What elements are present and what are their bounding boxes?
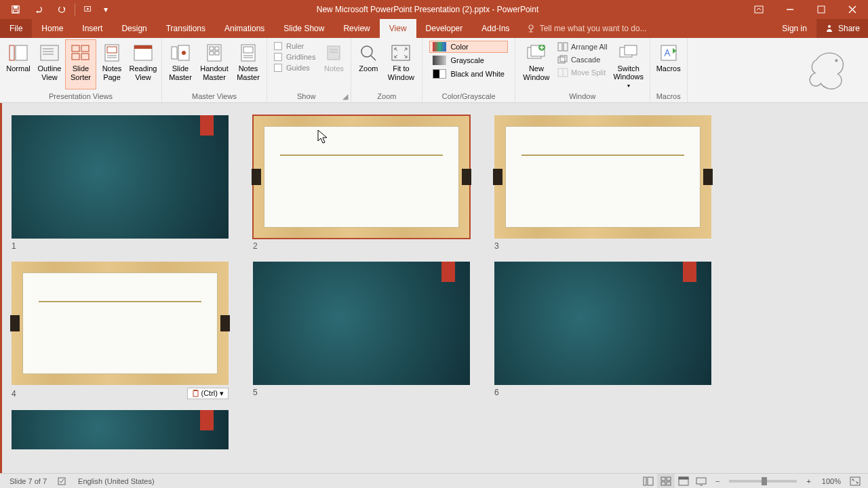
group-presentation-views: Normal Outline View Slide Sorter Notes P… (0, 38, 162, 102)
slide-sorter-status-button[interactable] (657, 474, 675, 489)
svg-rect-49 (558, 43, 562, 51)
maximize-button[interactable] (806, 0, 837, 19)
normal-view-button[interactable]: Normal (3, 39, 34, 89)
tab-review[interactable]: Review (334, 19, 379, 38)
group-window: New Window Arrange All Cascade Move Spli… (515, 38, 650, 102)
slide-thumbnail-2[interactable]: 2 (253, 115, 470, 251)
guides-checkbox[interactable]: Guides (274, 64, 315, 72)
svg-rect-37 (243, 47, 253, 53)
ribbon-display-options-button[interactable] (743, 0, 774, 19)
cascade-button[interactable]: Cascade (556, 54, 609, 66)
notes-master-button[interactable]: Notes Master (233, 39, 264, 89)
status-bar: Slide 7 of 7 English (United States) − +… (0, 473, 868, 488)
tab-transitions[interactable]: Transitions (157, 19, 215, 38)
new-window-button[interactable]: New Window (518, 39, 555, 89)
share-button[interactable]: Share (816, 19, 868, 38)
slide-thumbnail-4[interactable]: 4 (Ctrl) ▾ (12, 262, 229, 399)
fit-to-window-button[interactable]: Fit to Window (382, 39, 419, 89)
undo-button[interactable] (27, 0, 50, 19)
normal-view-status-button[interactable] (639, 474, 657, 489)
slide-thumbnail-3[interactable]: 3 (494, 115, 711, 251)
svg-point-10 (529, 25, 533, 29)
tell-me-placeholder: Tell me what you want to do... (540, 24, 647, 33)
svg-rect-20 (72, 54, 79, 60)
zoom-in-button[interactable]: + (801, 474, 816, 489)
slide-sorter-button[interactable]: Slide Sorter (65, 39, 96, 89)
sign-in-button[interactable]: Sign in (772, 24, 816, 33)
start-from-beginning-button[interactable] (77, 0, 100, 19)
slide-thumbnail-6[interactable]: 6 (494, 262, 711, 399)
tab-addins[interactable]: Add-Ins (472, 19, 519, 38)
tab-insert[interactable]: Insert (73, 19, 112, 38)
outline-view-button[interactable]: Outline View (34, 39, 65, 89)
group-color-grayscale: Color Grayscale Black and White Color/Gr… (422, 38, 515, 102)
slide-counter[interactable]: Slide 7 of 7 (4, 474, 52, 489)
slide-thumbnail-1[interactable]: 1 (12, 115, 229, 251)
ruler-checkbox[interactable]: Ruler (274, 42, 315, 50)
tab-animations[interactable]: Animations (215, 19, 274, 38)
slide-number: 6 (494, 388, 711, 397)
tab-home[interactable]: Home (32, 19, 73, 38)
spell-check-button[interactable] (52, 474, 73, 489)
svg-rect-33 (215, 47, 219, 50)
svg-rect-70 (696, 478, 706, 484)
slide-sorter-pane[interactable]: 1 2 3 4 (Ctrl) ▾ 5 6 (0, 103, 868, 473)
notes-page-button[interactable]: Notes Page (96, 39, 127, 89)
svg-rect-64 (661, 477, 665, 481)
minimize-button[interactable] (774, 0, 806, 19)
group-label-macros: Macros (653, 91, 684, 102)
paste-options-button[interactable]: (Ctrl) ▾ (187, 388, 229, 399)
group-label-color: Color/Grayscale (425, 91, 511, 102)
fit-to-window-status-button[interactable] (846, 474, 864, 489)
tab-view[interactable]: View (380, 19, 416, 38)
dragon-logo (807, 42, 854, 96)
svg-rect-1 (14, 6, 17, 9)
macros-button[interactable]: Macros (653, 39, 684, 89)
slide-thumbnail-7[interactable] (12, 410, 229, 449)
group-master-views: Slide Master Handout Master Notes Master… (162, 38, 267, 102)
notes-button[interactable]: Notes (319, 39, 348, 89)
zoom-level[interactable]: 100% (816, 474, 846, 489)
black-and-white-button[interactable]: Black and White (429, 68, 507, 80)
svg-rect-63 (648, 477, 653, 485)
reading-view-status-button[interactable] (675, 474, 692, 489)
ribbon: Normal Outline View Slide Sorter Notes P… (0, 38, 868, 103)
svg-rect-14 (41, 45, 58, 60)
svg-rect-28 (172, 47, 177, 59)
group-macros: Macros Macros (650, 38, 688, 102)
arrange-all-button[interactable]: Arrange All (556, 41, 609, 53)
save-button[interactable] (4, 0, 27, 19)
svg-rect-40 (328, 46, 340, 60)
zoom-slider[interactable] (729, 480, 797, 483)
close-button[interactable] (837, 0, 868, 19)
group-show: Ruler Gridlines Guides Notes Show ◢ (267, 38, 351, 102)
slideshow-status-button[interactable] (692, 474, 710, 489)
slide-thumbnail-5[interactable]: 5 (253, 262, 470, 399)
handout-master-button[interactable]: Handout Master (196, 39, 233, 89)
svg-rect-72 (850, 477, 860, 485)
svg-point-11 (828, 25, 831, 28)
svg-rect-19 (81, 45, 89, 52)
gridlines-checkbox[interactable]: Gridlines (274, 53, 315, 61)
svg-rect-12 (9, 45, 14, 60)
tab-design[interactable]: Design (112, 19, 156, 38)
slide-master-button[interactable]: Slide Master (165, 39, 196, 89)
tab-file[interactable]: File (0, 19, 32, 38)
quick-access-toolbar: ▾ (0, 0, 112, 19)
qat-customize-button[interactable]: ▾ (100, 0, 112, 19)
switch-windows-button[interactable]: Switch Windows▾ (610, 39, 647, 89)
tell-me-search[interactable]: Tell me what you want to do... (526, 24, 647, 33)
redo-button[interactable] (50, 0, 73, 19)
zoom-button[interactable]: Zoom (354, 39, 382, 89)
svg-rect-35 (215, 52, 219, 55)
grayscale-button[interactable]: Grayscale (429, 54, 507, 66)
color-button[interactable]: Color (429, 41, 507, 53)
zoom-out-button[interactable]: − (710, 474, 725, 489)
tab-developer[interactable]: Developer (416, 19, 473, 38)
svg-rect-52 (560, 56, 567, 62)
svg-rect-34 (210, 52, 214, 55)
svg-rect-51 (558, 57, 565, 63)
tab-slideshow[interactable]: Slide Show (274, 19, 334, 38)
language-indicator[interactable]: English (United States) (73, 474, 160, 489)
reading-view-button[interactable]: Reading View (127, 39, 159, 89)
